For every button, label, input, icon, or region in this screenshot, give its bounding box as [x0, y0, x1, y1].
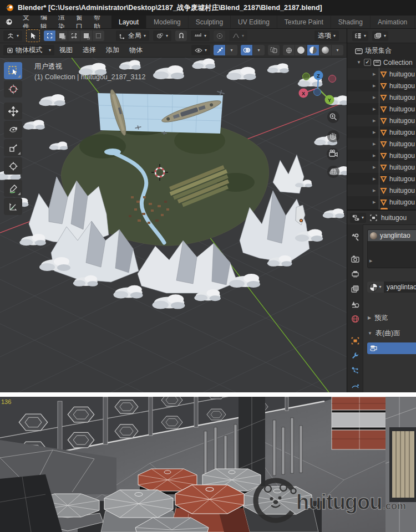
xray-toggle[interactable] — [268, 45, 280, 55]
menu-select[interactable]: 选择 — [78, 45, 101, 55]
outliner-object-row[interactable]: ▶huitugou — [347, 150, 416, 161]
perspective-toggle-button[interactable] — [327, 166, 339, 178]
axis-neg-x-ball[interactable] — [329, 75, 336, 83]
select-mode-set[interactable] — [44, 30, 55, 41]
menu-object[interactable]: 物体 — [124, 45, 148, 55]
tab-texture-paint[interactable]: Texture Paint — [277, 16, 331, 28]
proportional-editing-toggle[interactable] — [214, 30, 225, 41]
menu-add[interactable]: 添加 — [101, 45, 124, 55]
camera-view-button[interactable] — [327, 148, 339, 160]
outliner-object-row[interactable]: ▶huitugou — [347, 91, 416, 103]
transform-orientation-dropdown[interactable]: 全局 ▾ — [116, 30, 149, 41]
menu-help[interactable]: 帮助 — [88, 16, 106, 28]
options-dropdown[interactable]: 选项 ▾ — [314, 30, 339, 41]
overlays-toggle[interactable] — [241, 45, 252, 55]
shading-wireframe-button[interactable] — [283, 45, 295, 55]
tool-move[interactable] — [4, 103, 22, 120]
outliner-object-row[interactable]: ▶huitugou — [347, 80, 416, 91]
pivot-point-dropdown[interactable]: ▾ — [153, 30, 171, 41]
object-visibility-dropdown[interactable]: ▾ — [191, 45, 210, 55]
outliner-editor-type-dropdown[interactable]: ▾ — [352, 31, 368, 41]
menu-view[interactable]: 视图 — [54, 45, 78, 55]
outliner-object-row[interactable]: ▶huitugou — [347, 185, 416, 196]
select-mode-subtract[interactable] — [68, 30, 80, 41]
snap-target-dropdown[interactable]: ▾ — [191, 30, 210, 41]
active-tool-button[interactable] — [26, 29, 40, 42]
outliner-object-row[interactable]: ▶huitugou — [347, 68, 416, 80]
tool-scale[interactable] — [4, 139, 22, 156]
tab-world[interactable] — [347, 311, 363, 326]
overlays-dropdown[interactable]: ▾ — [253, 45, 265, 55]
tab-tool[interactable] — [347, 230, 363, 245]
collection-checkbox[interactable]: ✓ — [364, 59, 371, 66]
ships-reference-plane-object[interactable] — [98, 89, 225, 137]
collection-row[interactable]: ▼ ✓ Collection — [347, 57, 416, 68]
menu-file[interactable]: 文件 — [17, 16, 35, 28]
menu-window[interactable]: 窗口 — [70, 16, 88, 28]
outliner-object-row[interactable]: ▶huitugou — [347, 138, 416, 150]
scene-collection-row[interactable]: 场景集合 — [347, 45, 416, 57]
axis-neg-y-ball[interactable] — [303, 73, 310, 80]
select-mode-intersect[interactable] — [93, 30, 104, 41]
tool-rotate[interactable] — [4, 121, 22, 138]
tab-layout[interactable]: Layout — [111, 16, 146, 28]
material-slot-list[interactable]: yanglintao — [367, 229, 416, 268]
tab-animation[interactable]: Animation — [371, 16, 415, 28]
tab-object[interactable] — [347, 333, 363, 348]
3d-viewport-area: ▾ 全局 ▾ ▾ — [0, 29, 347, 392]
select-mode-extend[interactable] — [56, 30, 68, 41]
preview-panel-header[interactable]: ▶ 预览 — [368, 313, 388, 323]
axis-neg-z-ball[interactable] — [314, 89, 321, 96]
outliner-object-row[interactable]: ▶huitugou — [347, 115, 416, 126]
tool-transform[interactable] — [4, 157, 22, 175]
tab-modifiers[interactable] — [347, 348, 363, 363]
tab-shading[interactable]: Shading — [331, 16, 371, 28]
tab-sculpting[interactable]: Sculpting — [189, 16, 231, 28]
tab-view-layer[interactable] — [347, 282, 363, 296]
tool-select-box[interactable] — [4, 62, 22, 79]
tool-measure[interactable] — [4, 198, 22, 215]
tool-cursor[interactable] — [4, 80, 22, 98]
outliner-object-row[interactable]: ▶huitugou — [347, 126, 416, 138]
proportional-falloff-dropdown[interactable]: ▾ — [229, 30, 247, 41]
properties-editor-type-dropdown[interactable]: ▾ — [350, 213, 366, 223]
mode-dropdown[interactable]: 物体模式 ▾ — [3, 45, 54, 55]
outliner-object-row[interactable]: ▶huitugou — [347, 103, 416, 115]
slot-specials-expander[interactable]: ▶ — [369, 259, 372, 263]
gizmos-toggle[interactable] — [214, 45, 225, 55]
tab-output[interactable] — [347, 267, 363, 282]
surface-shader-button[interactable] — [367, 342, 416, 354]
zoom-button[interactable] — [327, 111, 339, 123]
tab-particles[interactable] — [347, 363, 363, 378]
shading-solid-button[interactable] — [295, 45, 307, 55]
gizmos-dropdown[interactable]: ▾ — [226, 45, 237, 55]
tab-modeling[interactable]: Modeling — [146, 16, 189, 28]
menu-edit[interactable]: 编辑 — [35, 16, 53, 28]
outliner-object-row[interactable]: ▶huitugou — [347, 161, 416, 173]
outliner-display-mode-dropdown[interactable]: ▾ — [372, 31, 388, 41]
snap-toggle-button[interactable] — [175, 30, 187, 41]
shading-dropdown[interactable]: ▾ — [332, 45, 343, 55]
tool-annotate[interactable] — [4, 180, 22, 197]
browse-material-dropdown[interactable]: ▾ — [367, 282, 384, 293]
tab-scene[interactable] — [347, 296, 363, 311]
breadcrumb: huitugou — [381, 214, 407, 222]
viewport-canvas[interactable]: X Z Y — [0, 58, 347, 392]
editor-type-dropdown[interactable]: ▾ — [3, 30, 22, 41]
blender-app-menu-icon[interactable] — [0, 16, 17, 28]
shading-rendered-button[interactable] — [319, 45, 331, 55]
select-mode-invert[interactable] — [80, 30, 92, 41]
tab-uv-editing[interactable]: UV Editing — [231, 16, 277, 28]
mesh-object-icon — [380, 83, 387, 89]
tab-physics-clipped[interactable] — [347, 378, 363, 392]
pan-hand-button[interactable] — [327, 130, 339, 142]
outliner-object-row[interactable]: ▶huitugou — [347, 173, 416, 185]
surface-panel-header[interactable]: ▼ 表(曲)面 — [368, 329, 400, 338]
material-slot-row[interactable]: yanglintao — [368, 230, 416, 241]
menu-render[interactable]: 渲染 — [53, 16, 70, 28]
outliner-object-row[interactable]: ▶huitugou — [347, 196, 416, 208]
collection-expander[interactable]: ▼ — [356, 60, 362, 65]
material-datablock-field[interactable]: ▾ yanglintao — [367, 282, 416, 293]
shading-material-preview-button[interactable] — [307, 45, 319, 55]
tab-render[interactable] — [347, 252, 363, 267]
